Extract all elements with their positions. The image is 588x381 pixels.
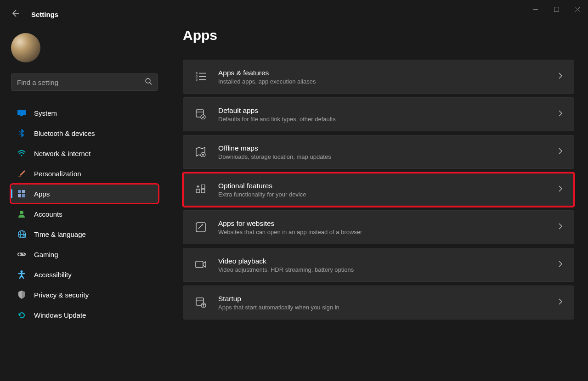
- page-title: Apps: [183, 28, 574, 43]
- sidebar-item-label: Personalization: [34, 170, 81, 178]
- svg-point-2: [146, 78, 150, 83]
- globe-icon: [17, 230, 26, 238]
- svg-point-19: [23, 253, 23, 254]
- card-apps-for-websites[interactable]: Apps for websitesWebsites that can open …: [183, 210, 574, 244]
- svg-rect-9: [18, 194, 21, 197]
- maximize-button[interactable]: [546, 2, 567, 17]
- sidebar-item-apps[interactable]: Apps: [11, 185, 158, 203]
- accessibility-icon: [17, 270, 26, 279]
- app-header: Settings: [11, 9, 58, 19]
- default-apps-icon: [194, 109, 207, 119]
- sidebar-item-label: Gaming: [34, 251, 58, 258]
- video-icon: [194, 261, 207, 269]
- window-controls: [525, 0, 588, 18]
- sidebar-item-bluetooth-devices[interactable]: Bluetooth & devices: [11, 124, 158, 142]
- user-avatar[interactable]: [11, 33, 40, 62]
- card-apps-features[interactable]: Apps & featuresInstalled apps, app execu…: [183, 60, 574, 94]
- startup-icon: [194, 297, 207, 308]
- sidebar: SystemBluetooth & devicesNetwork & inter…: [11, 33, 158, 324]
- sidebar-item-time-language[interactable]: Time & language: [11, 225, 158, 243]
- card-startup[interactable]: StartupApps that start automatically whe…: [183, 286, 574, 319]
- card-text: Video playbackVideo adjustments, HDR str…: [218, 257, 547, 273]
- chevron-right-icon: [558, 298, 563, 307]
- close-button[interactable]: [567, 2, 588, 17]
- sidebar-item-label: Accessibility: [34, 271, 72, 279]
- sidebar-item-label: Privacy & security: [34, 291, 89, 299]
- chevron-right-icon: [558, 147, 563, 157]
- list-icon: [194, 72, 207, 81]
- sidebar-item-label: Apps: [34, 190, 50, 198]
- websites-icon: [194, 222, 207, 232]
- svg-rect-10: [22, 194, 25, 197]
- sidebar-item-label: System: [34, 109, 57, 117]
- search-icon: [145, 78, 152, 87]
- bluetooth-icon: [17, 129, 26, 137]
- svg-point-11: [20, 211, 23, 214]
- svg-rect-1: [554, 7, 559, 11]
- card-subtitle: Websites that can open in an app instead…: [218, 229, 547, 235]
- sidebar-item-system[interactable]: System: [11, 104, 158, 122]
- card-optional-features[interactable]: Optional featuresExtra functionality for…: [183, 173, 574, 207]
- person-icon: [17, 210, 26, 218]
- card-offline-maps[interactable]: Offline mapsDownloads, storage location,…: [183, 135, 574, 169]
- card-subtitle: Defaults for file and link types, other …: [218, 116, 547, 123]
- svg-rect-4: [20, 115, 23, 116]
- map-icon: [194, 147, 207, 157]
- card-subtitle: Downloads, storage location, map updates: [218, 153, 547, 160]
- svg-rect-41: [196, 261, 203, 268]
- svg-rect-36: [201, 189, 205, 193]
- card-text: StartupApps that start automatically whe…: [218, 295, 547, 311]
- sidebar-item-label: Windows Update: [34, 311, 86, 319]
- chevron-right-icon: [558, 223, 563, 232]
- card-text: Apps & featuresInstalled apps, app execu…: [218, 69, 547, 85]
- card-title: Apps for websites: [218, 219, 547, 228]
- card-video-playback[interactable]: Video playbackVideo adjustments, HDR str…: [183, 248, 574, 282]
- minimize-button[interactable]: [525, 2, 546, 17]
- sidebar-item-windows-update[interactable]: Windows Update: [11, 306, 158, 324]
- chevron-right-icon: [558, 260, 563, 269]
- search-input[interactable]: [17, 78, 145, 86]
- chevron-right-icon: [558, 110, 563, 119]
- svg-rect-35: [196, 189, 200, 193]
- svg-rect-0: [533, 9, 538, 10]
- sidebar-item-network-internet[interactable]: Network & internet: [11, 144, 158, 162]
- card-subtitle: Extra functionality for your device: [218, 191, 547, 198]
- gamepad-icon: [17, 250, 26, 258]
- back-button[interactable]: [11, 9, 20, 19]
- svg-rect-22: [18, 254, 21, 255]
- features-icon: [194, 185, 207, 195]
- sidebar-item-accounts[interactable]: Accounts: [11, 205, 158, 223]
- settings-cards: Apps & featuresInstalled apps, app execu…: [183, 60, 574, 319]
- sidebar-item-label: Bluetooth & devices: [34, 129, 95, 137]
- brush-icon: [17, 169, 26, 178]
- svg-point-20: [23, 254, 24, 255]
- sidebar-item-privacy-security[interactable]: Privacy & security: [11, 286, 158, 304]
- card-title: Default apps: [218, 106, 547, 115]
- svg-rect-26: [196, 79, 197, 80]
- update-icon: [17, 311, 26, 319]
- card-default-apps[interactable]: Default appsDefaults for file and link t…: [183, 97, 574, 131]
- shield-icon: [17, 291, 26, 299]
- svg-rect-3: [17, 110, 26, 115]
- card-text: Offline mapsDownloads, storage location,…: [218, 144, 547, 160]
- svg-rect-7: [18, 190, 21, 193]
- card-text: Optional featuresExtra functionality for…: [218, 182, 547, 198]
- svg-point-34: [202, 154, 204, 156]
- sidebar-item-personalization[interactable]: Personalization: [11, 164, 158, 183]
- svg-rect-37: [201, 185, 205, 188]
- svg-rect-8: [22, 190, 25, 193]
- card-title: Video playback: [218, 257, 547, 265]
- display-icon: [17, 109, 26, 117]
- sidebar-item-label: Time & language: [34, 230, 86, 238]
- sidebar-item-gaming[interactable]: Gaming: [11, 245, 158, 263]
- sidebar-item-accessibility[interactable]: Accessibility: [11, 265, 158, 284]
- card-title: Optional features: [218, 182, 547, 190]
- card-title: Offline maps: [218, 144, 547, 152]
- search-box[interactable]: [11, 73, 158, 91]
- chevron-right-icon: [558, 72, 563, 81]
- sidebar-item-label: Network & internet: [34, 150, 90, 157]
- svg-rect-6: [18, 176, 21, 177]
- sidebar-nav: SystemBluetooth & devicesNetwork & inter…: [11, 104, 158, 324]
- svg-rect-25: [196, 76, 197, 77]
- svg-point-32: [201, 115, 205, 119]
